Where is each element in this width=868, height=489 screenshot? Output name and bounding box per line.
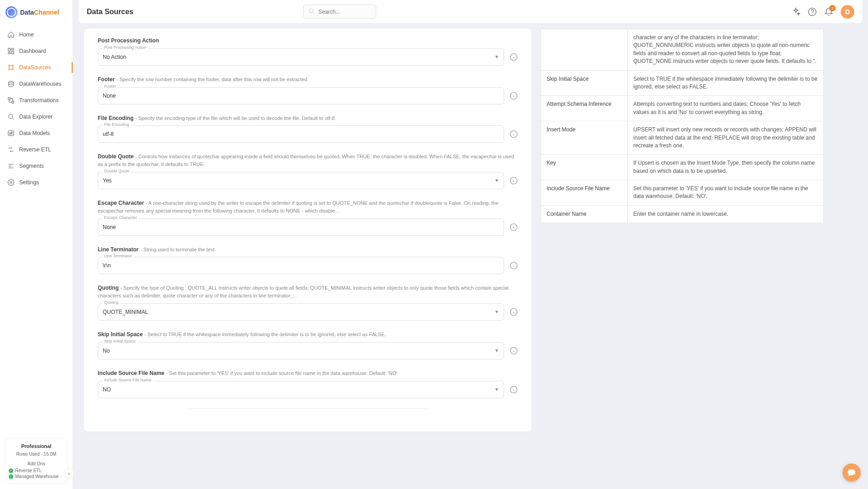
page-title: Data Sources: [87, 8, 133, 16]
avatar[interactable]: D: [841, 5, 854, 19]
nav-label: DataSources: [19, 64, 51, 71]
sparkle-icon[interactable]: [791, 7, 800, 16]
field-desc: - Set this parameter to 'YES' if you wan…: [166, 370, 399, 376]
logo-icon: [5, 6, 17, 18]
help-table: character or any of the characters in li…: [541, 29, 824, 223]
help-icon[interactable]: [808, 7, 817, 16]
svg-rect-1: [11, 48, 14, 50]
info-icon[interactable]: [510, 347, 518, 355]
info-icon[interactable]: [510, 385, 518, 394]
collapse-sidebar-button[interactable]: «: [64, 469, 74, 478]
field-name: Escape Character: [98, 200, 144, 206]
field-include-source: Include Source File Name - Set this para…: [98, 369, 518, 398]
nav-label: DataWarehouses: [19, 81, 61, 87]
nav-warehouses[interactable]: DataWarehouses: [0, 76, 73, 92]
nav-settings[interactable]: Settings: [0, 174, 73, 191]
escape-input[interactable]: [98, 218, 504, 236]
help-row: KeyIf Upsert is chosen as the Insert Mod…: [541, 155, 824, 180]
dashboard-icon: [7, 47, 15, 55]
nav-explorer[interactable]: Data Explorer: [0, 109, 73, 125]
nav-transformations[interactable]: Transformations: [0, 92, 73, 109]
nav-reverse-etl[interactable]: Reverse ETL: [0, 141, 73, 158]
field-name: Double Quote: [98, 153, 134, 160]
chat-fab[interactable]: [842, 463, 861, 482]
float-label: Footer: [102, 84, 118, 88]
nav-label: Dashboard: [19, 48, 46, 54]
float-label: Escape Character: [102, 215, 139, 220]
nav-label: Data Explorer: [19, 114, 53, 120]
help-key: Include Source File Name: [541, 180, 628, 206]
nav-label: Settings: [19, 179, 39, 186]
help-row: Include Source File NameSet this paramet…: [541, 180, 824, 206]
check-icon: ✓: [9, 468, 13, 473]
info-icon[interactable]: [510, 223, 518, 231]
svg-rect-10: [12, 101, 14, 103]
notification-icon[interactable]: 2: [824, 7, 833, 16]
plan-title: Professional: [9, 442, 64, 450]
logo[interactable]: DataChannel: [0, 0, 73, 25]
svg-point-15: [809, 8, 816, 16]
logo-text: DataChannel: [20, 9, 59, 16]
post-processing-select[interactable]: No Action▼: [98, 48, 504, 66]
svg-point-8: [9, 81, 14, 83]
help-key: Skip Initial Space: [541, 70, 628, 96]
field-quoting: Quoting - Specify the type of Quoting : …: [98, 284, 518, 321]
svg-point-11: [9, 114, 13, 119]
nav-label: Reverse ETL: [19, 146, 51, 153]
skip-initial-space-select[interactable]: No▼: [98, 342, 504, 359]
field-line-terminator: Line Terminator - String used to termina…: [98, 246, 518, 275]
field-name: Line Terminator: [98, 246, 139, 253]
quoting-select[interactable]: QUOTE_MINIMAL▼: [98, 303, 504, 321]
field-desc: - String used to terminate the text.: [140, 247, 216, 252]
footer-input[interactable]: [98, 87, 504, 104]
search-box[interactable]: [303, 5, 376, 19]
help-key: Attempt Schema Inference: [541, 96, 628, 121]
nav-label: Segments: [19, 163, 44, 169]
info-icon[interactable]: [510, 53, 518, 61]
help-value: Set this parameter to 'YES' if you want …: [628, 180, 824, 206]
chevron-down-icon: ▼: [494, 309, 499, 314]
nav-datasources[interactable]: DataSources: [0, 59, 73, 76]
nav-segments[interactable]: Segments: [0, 158, 73, 174]
float-label: Quoting: [102, 300, 121, 305]
search-input[interactable]: [318, 9, 371, 15]
field-name: Footer: [98, 76, 115, 83]
nav-models[interactable]: Data Models: [0, 125, 73, 141]
home-icon: [7, 31, 15, 38]
help-value: Enter the container name in lowercase.: [628, 205, 824, 223]
plan-card: Professional Rows Used - 15.0M Add Ons ✓…: [5, 438, 68, 484]
info-icon[interactable]: [510, 92, 518, 100]
help-row: character or any of the characters in li…: [541, 29, 824, 71]
line-terminator-input[interactable]: [98, 257, 504, 274]
help-row: Insert ModeUPSERT will insert only new r…: [541, 121, 824, 155]
svg-rect-0: [8, 48, 11, 51]
info-icon[interactable]: [510, 261, 518, 270]
help-key: [541, 29, 628, 71]
nav-label: Data Models: [19, 130, 50, 136]
info-icon[interactable]: [510, 130, 518, 138]
field-desc: - Specify the row number containing the …: [116, 77, 307, 82]
include-source-select[interactable]: NO▼: [98, 381, 504, 398]
float-label: Include Source File Name: [102, 378, 153, 382]
svg-point-4: [9, 65, 10, 67]
info-icon[interactable]: [510, 177, 518, 185]
check-icon: ✓: [9, 474, 13, 479]
field-post-processing: Post Processing Action Post Processing A…: [98, 37, 518, 66]
chevron-down-icon: ▼: [494, 178, 499, 183]
field-name: File Encoding: [98, 115, 134, 121]
nav-dashboard[interactable]: Dashboard: [0, 43, 73, 59]
plan-addons[interactable]: Add Ons: [9, 460, 64, 468]
nav-label: Home: [19, 31, 34, 38]
svg-rect-12: [8, 131, 14, 136]
chevron-down-icon: ▼: [494, 348, 499, 353]
field-desc: - Controls how instances of quotechar ap…: [98, 154, 514, 167]
float-label: Line Terminator: [102, 254, 134, 258]
field-skip-initial-space: Skip Initial Space - Select to TRUE if t…: [98, 331, 518, 359]
info-icon[interactable]: [510, 308, 518, 316]
datasources-icon: [7, 64, 15, 71]
nav-home[interactable]: Home: [0, 26, 73, 43]
field-name: Quoting: [98, 285, 119, 291]
double-quote-select[interactable]: Yes▼: [98, 172, 504, 189]
encoding-input[interactable]: [98, 125, 504, 143]
form-card: Post Processing Action Post Processing A…: [84, 29, 531, 432]
